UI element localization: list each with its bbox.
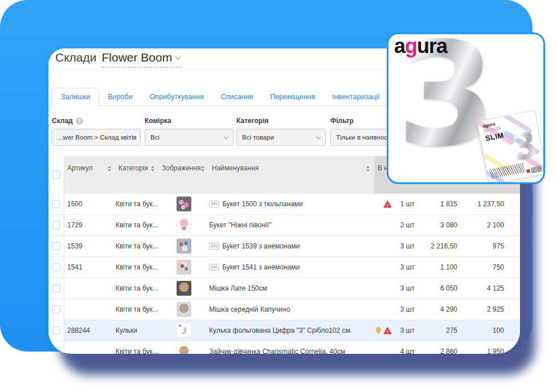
product-thumbnail [177, 197, 191, 211]
row-checkbox[interactable] [52, 221, 60, 229]
filter-select-value: Всі товари [242, 134, 274, 141]
tab-6[interactable]: Інвентаризації [323, 88, 388, 105]
table-row[interactable]: 1539Квіти та бук...SNБукет 1539 з анемон… [48, 236, 520, 257]
serial-number-badge: SN [209, 201, 219, 207]
balloon-package: agura SLIM 3 [477, 110, 545, 184]
column-header-label: Категорія [118, 164, 148, 172]
tab-1[interactable]: Залишки [52, 88, 99, 106]
product-name: Букет 1541 з анемонами [222, 263, 300, 271]
row-checkbox-cell [48, 194, 64, 214]
cell-price: 975 [457, 242, 504, 250]
filter-select[interactable]: ...wer Boom > Склад квітів [52, 129, 141, 146]
filter-select[interactable]: Всі товари [236, 129, 326, 146]
row-checkbox[interactable] [52, 242, 60, 250]
table-row[interactable]: 1541Квіти та бук...SNБукет 1541 з анемон… [48, 257, 520, 278]
cell-article: 1500 [64, 200, 116, 208]
row-checkbox-cell [48, 278, 64, 299]
row-checkbox[interactable] [52, 284, 60, 292]
cell-image [159, 281, 209, 296]
row-checkbox[interactable] [52, 263, 60, 271]
select-all-cell [48, 156, 64, 194]
product-name: Букет 1500 з тюльпанами [222, 200, 303, 208]
chevron-down-icon [224, 134, 228, 139]
cell-cost: 1 100 [415, 263, 457, 271]
cell-cost: 3 080 [415, 221, 457, 229]
table-row[interactable]: Квіти та бук...Зайчик-дівчинка Charismat… [48, 341, 520, 354]
sort-icon[interactable] [201, 166, 204, 172]
sort-icon[interactable] [366, 166, 370, 172]
cell-image: 3 [159, 323, 209, 338]
product-image-popup: agura 3 agura SLIM 3 [387, 32, 545, 184]
table-row[interactable]: 1500Квіти та бук...SNБукет 1500 з тюльпа… [48, 194, 520, 215]
tab-5[interactable]: Переміщення [261, 88, 323, 105]
cell-cost: 4 290 [415, 305, 457, 313]
table-row[interactable]: Квіти та бук...Мішка середній Капучино3 … [48, 299, 520, 320]
row-checkbox[interactable] [52, 326, 60, 334]
column-header-label: Зображення [162, 164, 201, 172]
cell-category: Квіти та бук... [116, 242, 159, 250]
warehouse-selector[interactable]: Flower Boom [101, 51, 182, 68]
filter-group: КоміркаВсі [145, 117, 234, 146]
cell-image [159, 218, 209, 232]
filter-select-value: ...wer Boom > Склад квітів [58, 134, 137, 141]
tab-3[interactable]: Оприбуткування [141, 88, 212, 105]
package-digit-3: 3 [509, 126, 541, 166]
filter-group: Склад?...wer Boom > Склад квітів [52, 117, 141, 146]
product-name: Кулька фольгована Цифра "3" Срібло102 см… [209, 326, 352, 334]
cell-name: Мішка середній Капучино [209, 305, 374, 313]
select-all-checkbox[interactable] [52, 171, 60, 179]
cell-category: Кульки [116, 326, 159, 334]
warehouse-selector-label: Flower Boom [102, 51, 173, 64]
cell-price: 1 237,50 [457, 200, 504, 208]
row-checkbox-cell [48, 257, 64, 277]
package-hatch-lines [490, 163, 525, 179]
cell-category: Квіти та бук... [116, 284, 159, 292]
cell-quantity: 3 шт [392, 326, 415, 334]
cell-name: Мішка Лате 150см [209, 284, 374, 292]
cell-name: SNБукет 1539 з анемонами [209, 242, 374, 250]
product-thumbnail: 3 [177, 323, 191, 338]
warning-icon[interactable] [383, 327, 392, 334]
tab-2[interactable]: Вироби [99, 88, 141, 105]
cell-price: 100 [457, 326, 504, 334]
serial-number-badge: SN [209, 243, 219, 250]
filter-label: Комірка [145, 117, 234, 125]
filter-select[interactable]: Всі [145, 129, 234, 146]
logo-letter-pink: g [405, 34, 417, 58]
thumbnail-digit: 3 [181, 325, 187, 336]
warning-icon[interactable] [383, 201, 392, 208]
row-checkbox-cell [48, 236, 64, 256]
product-name: Букет "Ніжні півонії" [209, 221, 271, 229]
table-row[interactable]: 288244Кульки3Кулька фольгована Цифра "3"… [48, 320, 520, 341]
chevron-down-icon [316, 134, 321, 139]
location-pin-icon[interactable] [375, 326, 382, 334]
cell-cost: 1 815 [415, 200, 457, 208]
logo-letter: a [394, 34, 405, 58]
filter-select-value: Всі [150, 134, 159, 141]
table-row[interactable]: 1729Квіти та бук...Букет "Ніжні півонії"… [48, 215, 520, 236]
help-icon[interactable]: ? [76, 117, 83, 125]
cell-price: 2 100 [457, 221, 504, 229]
cell-category: Квіти та бук... [116, 305, 159, 313]
product-thumbnail [177, 260, 191, 275]
filter-select-value: Тільки в наявності [336, 134, 392, 141]
row-checkbox[interactable] [52, 305, 60, 313]
product-thumbnail [177, 281, 191, 296]
cell-article: 1729 [64, 221, 116, 229]
table-row[interactable]: Квіти та бук...Мішка Лате 150см3 шт6 050… [48, 278, 520, 299]
sort-icon[interactable] [108, 166, 111, 172]
cell-name: Кулька фольгована Цифра "3" Срібло102 см… [209, 326, 374, 334]
cell-status-icons [374, 326, 392, 334]
chevron-down-icon [139, 134, 141, 139]
cell-name: Зайчик-дівчинка Charismatic Cornelia, 40… [209, 348, 374, 354]
product-name: Букет 1539 з анемонами [222, 242, 300, 250]
cell-quantity: 3 шт [392, 284, 415, 292]
row-checkbox[interactable] [52, 200, 60, 208]
product-thumbnail [177, 302, 191, 317]
logo-letters: ura [417, 34, 447, 58]
sort-icon[interactable] [151, 166, 154, 172]
cell-article: 1539 [64, 242, 116, 250]
tab-4[interactable]: Списання [212, 88, 262, 105]
column-header-image: Зображення [159, 156, 209, 194]
cell-name: SNБукет 1541 з анемонами [209, 263, 374, 271]
